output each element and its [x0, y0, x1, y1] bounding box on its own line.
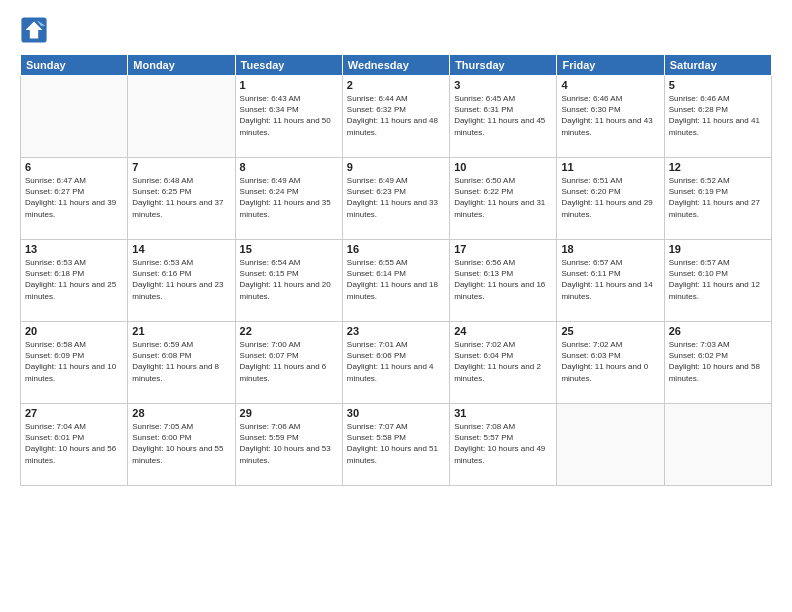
day-number: 6 — [25, 161, 123, 173]
day-number: 7 — [132, 161, 230, 173]
day-number: 26 — [669, 325, 767, 337]
calendar-cell: 18Sunrise: 6:57 AM Sunset: 6:11 PM Dayli… — [557, 240, 664, 322]
calendar-cell: 9Sunrise: 6:49 AM Sunset: 6:23 PM Daylig… — [342, 158, 449, 240]
calendar-header-wednesday: Wednesday — [342, 55, 449, 76]
calendar-cell — [128, 76, 235, 158]
calendar-cell: 25Sunrise: 7:02 AM Sunset: 6:03 PM Dayli… — [557, 322, 664, 404]
day-number: 4 — [561, 79, 659, 91]
calendar-week-row: 6Sunrise: 6:47 AM Sunset: 6:27 PM Daylig… — [21, 158, 772, 240]
day-info: Sunrise: 6:53 AM Sunset: 6:18 PM Dayligh… — [25, 257, 123, 302]
calendar-cell: 4Sunrise: 6:46 AM Sunset: 6:30 PM Daylig… — [557, 76, 664, 158]
day-number: 23 — [347, 325, 445, 337]
day-number: 10 — [454, 161, 552, 173]
header — [20, 16, 772, 44]
day-info: Sunrise: 6:58 AM Sunset: 6:09 PM Dayligh… — [25, 339, 123, 384]
day-number: 28 — [132, 407, 230, 419]
day-info: Sunrise: 7:04 AM Sunset: 6:01 PM Dayligh… — [25, 421, 123, 466]
calendar-cell: 10Sunrise: 6:50 AM Sunset: 6:22 PM Dayli… — [450, 158, 557, 240]
calendar-header-sunday: Sunday — [21, 55, 128, 76]
calendar-cell: 11Sunrise: 6:51 AM Sunset: 6:20 PM Dayli… — [557, 158, 664, 240]
calendar-cell: 17Sunrise: 6:56 AM Sunset: 6:13 PM Dayli… — [450, 240, 557, 322]
day-number: 22 — [240, 325, 338, 337]
page: SundayMondayTuesdayWednesdayThursdayFrid… — [0, 0, 792, 612]
calendar-header-friday: Friday — [557, 55, 664, 76]
calendar-cell: 7Sunrise: 6:48 AM Sunset: 6:25 PM Daylig… — [128, 158, 235, 240]
day-number: 29 — [240, 407, 338, 419]
day-info: Sunrise: 6:45 AM Sunset: 6:31 PM Dayligh… — [454, 93, 552, 138]
calendar-header-tuesday: Tuesday — [235, 55, 342, 76]
day-info: Sunrise: 6:46 AM Sunset: 6:30 PM Dayligh… — [561, 93, 659, 138]
calendar-cell: 8Sunrise: 6:49 AM Sunset: 6:24 PM Daylig… — [235, 158, 342, 240]
day-number: 12 — [669, 161, 767, 173]
calendar-week-row: 13Sunrise: 6:53 AM Sunset: 6:18 PM Dayli… — [21, 240, 772, 322]
calendar-cell: 1Sunrise: 6:43 AM Sunset: 6:34 PM Daylig… — [235, 76, 342, 158]
calendar-cell: 19Sunrise: 6:57 AM Sunset: 6:10 PM Dayli… — [664, 240, 771, 322]
calendar-cell: 28Sunrise: 7:05 AM Sunset: 6:00 PM Dayli… — [128, 404, 235, 486]
day-info: Sunrise: 7:08 AM Sunset: 5:57 PM Dayligh… — [454, 421, 552, 466]
day-number: 9 — [347, 161, 445, 173]
day-number: 21 — [132, 325, 230, 337]
day-number: 19 — [669, 243, 767, 255]
day-info: Sunrise: 6:59 AM Sunset: 6:08 PM Dayligh… — [132, 339, 230, 384]
day-info: Sunrise: 7:02 AM Sunset: 6:04 PM Dayligh… — [454, 339, 552, 384]
day-number: 16 — [347, 243, 445, 255]
day-number: 25 — [561, 325, 659, 337]
calendar-week-row: 27Sunrise: 7:04 AM Sunset: 6:01 PM Dayli… — [21, 404, 772, 486]
day-info: Sunrise: 7:06 AM Sunset: 5:59 PM Dayligh… — [240, 421, 338, 466]
day-number: 8 — [240, 161, 338, 173]
calendar-cell: 3Sunrise: 6:45 AM Sunset: 6:31 PM Daylig… — [450, 76, 557, 158]
calendar-header-saturday: Saturday — [664, 55, 771, 76]
calendar-cell: 15Sunrise: 6:54 AM Sunset: 6:15 PM Dayli… — [235, 240, 342, 322]
day-info: Sunrise: 7:00 AM Sunset: 6:07 PM Dayligh… — [240, 339, 338, 384]
day-info: Sunrise: 7:05 AM Sunset: 6:00 PM Dayligh… — [132, 421, 230, 466]
calendar-cell: 31Sunrise: 7:08 AM Sunset: 5:57 PM Dayli… — [450, 404, 557, 486]
day-number: 24 — [454, 325, 552, 337]
day-info: Sunrise: 6:52 AM Sunset: 6:19 PM Dayligh… — [669, 175, 767, 220]
logo — [20, 16, 52, 44]
day-number: 17 — [454, 243, 552, 255]
day-info: Sunrise: 6:49 AM Sunset: 6:24 PM Dayligh… — [240, 175, 338, 220]
day-info: Sunrise: 6:55 AM Sunset: 6:14 PM Dayligh… — [347, 257, 445, 302]
calendar-cell: 21Sunrise: 6:59 AM Sunset: 6:08 PM Dayli… — [128, 322, 235, 404]
day-number: 1 — [240, 79, 338, 91]
day-info: Sunrise: 7:01 AM Sunset: 6:06 PM Dayligh… — [347, 339, 445, 384]
calendar-cell: 22Sunrise: 7:00 AM Sunset: 6:07 PM Dayli… — [235, 322, 342, 404]
day-info: Sunrise: 6:47 AM Sunset: 6:27 PM Dayligh… — [25, 175, 123, 220]
calendar-cell — [21, 76, 128, 158]
calendar-cell: 20Sunrise: 6:58 AM Sunset: 6:09 PM Dayli… — [21, 322, 128, 404]
day-number: 13 — [25, 243, 123, 255]
day-info: Sunrise: 6:43 AM Sunset: 6:34 PM Dayligh… — [240, 93, 338, 138]
day-number: 20 — [25, 325, 123, 337]
calendar-cell: 26Sunrise: 7:03 AM Sunset: 6:02 PM Dayli… — [664, 322, 771, 404]
day-info: Sunrise: 6:51 AM Sunset: 6:20 PM Dayligh… — [561, 175, 659, 220]
day-info: Sunrise: 6:53 AM Sunset: 6:16 PM Dayligh… — [132, 257, 230, 302]
day-info: Sunrise: 6:50 AM Sunset: 6:22 PM Dayligh… — [454, 175, 552, 220]
calendar-cell: 2Sunrise: 6:44 AM Sunset: 6:32 PM Daylig… — [342, 76, 449, 158]
day-info: Sunrise: 6:57 AM Sunset: 6:10 PM Dayligh… — [669, 257, 767, 302]
calendar-header-row: SundayMondayTuesdayWednesdayThursdayFrid… — [21, 55, 772, 76]
calendar-header-thursday: Thursday — [450, 55, 557, 76]
calendar-table: SundayMondayTuesdayWednesdayThursdayFrid… — [20, 54, 772, 486]
day-info: Sunrise: 6:48 AM Sunset: 6:25 PM Dayligh… — [132, 175, 230, 220]
calendar-cell: 6Sunrise: 6:47 AM Sunset: 6:27 PM Daylig… — [21, 158, 128, 240]
day-info: Sunrise: 7:02 AM Sunset: 6:03 PM Dayligh… — [561, 339, 659, 384]
day-info: Sunrise: 6:54 AM Sunset: 6:15 PM Dayligh… — [240, 257, 338, 302]
calendar-cell: 12Sunrise: 6:52 AM Sunset: 6:19 PM Dayli… — [664, 158, 771, 240]
logo-icon — [20, 16, 48, 44]
calendar-cell: 29Sunrise: 7:06 AM Sunset: 5:59 PM Dayli… — [235, 404, 342, 486]
day-info: Sunrise: 6:49 AM Sunset: 6:23 PM Dayligh… — [347, 175, 445, 220]
calendar-cell: 13Sunrise: 6:53 AM Sunset: 6:18 PM Dayli… — [21, 240, 128, 322]
day-info: Sunrise: 7:03 AM Sunset: 6:02 PM Dayligh… — [669, 339, 767, 384]
day-number: 5 — [669, 79, 767, 91]
calendar-cell: 16Sunrise: 6:55 AM Sunset: 6:14 PM Dayli… — [342, 240, 449, 322]
calendar-cell: 14Sunrise: 6:53 AM Sunset: 6:16 PM Dayli… — [128, 240, 235, 322]
calendar-cell: 23Sunrise: 7:01 AM Sunset: 6:06 PM Dayli… — [342, 322, 449, 404]
day-number: 14 — [132, 243, 230, 255]
calendar-cell: 24Sunrise: 7:02 AM Sunset: 6:04 PM Dayli… — [450, 322, 557, 404]
day-number: 18 — [561, 243, 659, 255]
day-number: 2 — [347, 79, 445, 91]
day-number: 15 — [240, 243, 338, 255]
day-info: Sunrise: 6:46 AM Sunset: 6:28 PM Dayligh… — [669, 93, 767, 138]
day-info: Sunrise: 6:56 AM Sunset: 6:13 PM Dayligh… — [454, 257, 552, 302]
day-info: Sunrise: 6:44 AM Sunset: 6:32 PM Dayligh… — [347, 93, 445, 138]
